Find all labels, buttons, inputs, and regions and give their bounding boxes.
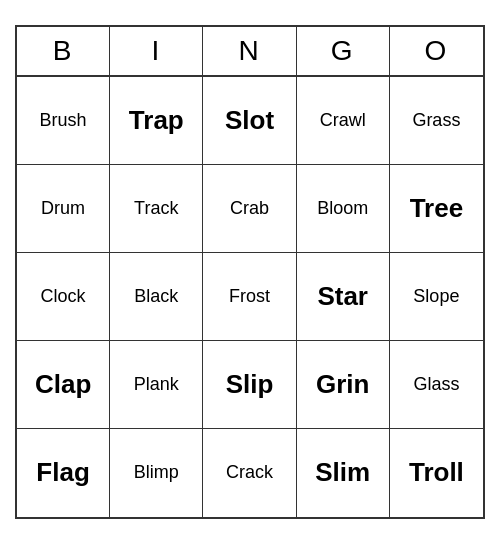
cell-text-r0-c2: Slot (225, 105, 274, 136)
header-letter-g: G (297, 27, 390, 75)
bingo-cell-r2-c0: Clock (17, 253, 110, 341)
bingo-header: BINGO (17, 27, 483, 77)
bingo-cell-r2-c4: Slope (390, 253, 483, 341)
bingo-cell-r0-c3: Crawl (297, 77, 390, 165)
bingo-cell-r4-c4: Troll (390, 429, 483, 517)
cell-text-r3-c3: Grin (316, 369, 369, 400)
header-letter-i: I (110, 27, 203, 75)
cell-text-r1-c2: Crab (230, 198, 269, 220)
bingo-cell-r3-c4: Glass (390, 341, 483, 429)
header-letter-o: O (390, 27, 483, 75)
bingo-cell-r4-c1: Blimp (110, 429, 203, 517)
bingo-cell-r1-c4: Tree (390, 165, 483, 253)
bingo-cell-r3-c0: Clap (17, 341, 110, 429)
bingo-cell-r3-c2: Slip (203, 341, 296, 429)
cell-text-r2-c4: Slope (413, 286, 459, 308)
bingo-cell-r1-c1: Track (110, 165, 203, 253)
bingo-cell-r0-c1: Trap (110, 77, 203, 165)
bingo-cell-r2-c1: Black (110, 253, 203, 341)
bingo-cell-r0-c4: Grass (390, 77, 483, 165)
bingo-cell-r2-c2: Frost (203, 253, 296, 341)
cell-text-r3-c4: Glass (413, 374, 459, 396)
cell-text-r3-c0: Clap (35, 369, 91, 400)
cell-text-r0-c0: Brush (40, 110, 87, 132)
header-letter-b: B (17, 27, 110, 75)
cell-text-r4-c1: Blimp (134, 462, 179, 484)
bingo-cell-r4-c3: Slim (297, 429, 390, 517)
cell-text-r2-c3: Star (317, 281, 368, 312)
cell-text-r0-c3: Crawl (320, 110, 366, 132)
cell-text-r2-c0: Clock (41, 286, 86, 308)
bingo-cell-r0-c0: Brush (17, 77, 110, 165)
cell-text-r4-c4: Troll (409, 457, 464, 488)
cell-text-r1-c1: Track (134, 198, 178, 220)
bingo-cell-r0-c2: Slot (203, 77, 296, 165)
bingo-cell-r1-c3: Bloom (297, 165, 390, 253)
bingo-cell-r3-c3: Grin (297, 341, 390, 429)
bingo-grid: BrushTrapSlotCrawlGrassDrumTrackCrabBloo… (17, 77, 483, 517)
bingo-cell-r4-c2: Crack (203, 429, 296, 517)
cell-text-r4-c3: Slim (315, 457, 370, 488)
cell-text-r2-c1: Black (134, 286, 178, 308)
cell-text-r2-c2: Frost (229, 286, 270, 308)
bingo-cell-r3-c1: Plank (110, 341, 203, 429)
bingo-cell-r1-c2: Crab (203, 165, 296, 253)
cell-text-r1-c0: Drum (41, 198, 85, 220)
cell-text-r0-c4: Grass (412, 110, 460, 132)
cell-text-r1-c4: Tree (410, 193, 464, 224)
cell-text-r3-c1: Plank (134, 374, 179, 396)
header-letter-n: N (203, 27, 296, 75)
bingo-cell-r1-c0: Drum (17, 165, 110, 253)
cell-text-r0-c1: Trap (129, 105, 184, 136)
bingo-cell-r2-c3: Star (297, 253, 390, 341)
bingo-cell-r4-c0: Flag (17, 429, 110, 517)
cell-text-r4-c0: Flag (36, 457, 89, 488)
bingo-card: BINGO BrushTrapSlotCrawlGrassDrumTrackCr… (15, 25, 485, 519)
cell-text-r3-c2: Slip (226, 369, 274, 400)
cell-text-r4-c2: Crack (226, 462, 273, 484)
cell-text-r1-c3: Bloom (317, 198, 368, 220)
